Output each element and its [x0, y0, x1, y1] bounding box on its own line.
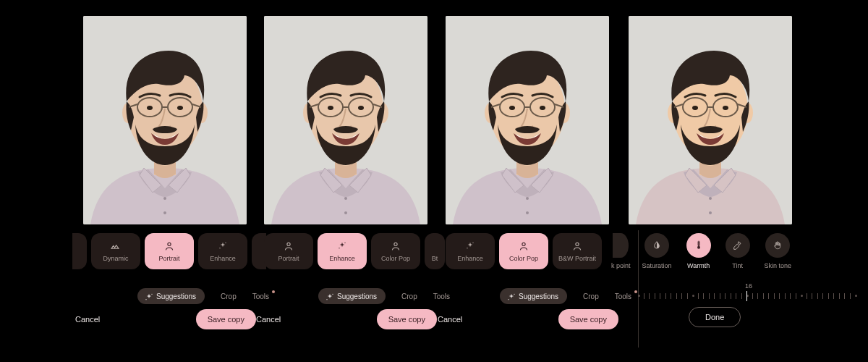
cancel-button[interactable]: Cancel [75, 315, 100, 324]
svg-point-49 [508, 299, 509, 300]
svg-point-15 [145, 299, 146, 300]
adjust-tint[interactable]: Tint [726, 233, 750, 269]
chip-bt[interactable]: Bt [425, 233, 445, 269]
svg-point-28 [344, 243, 345, 243]
sparkle-icon [217, 240, 229, 252]
cancel-button[interactable]: Cancel [438, 315, 462, 324]
sparkle-icon [324, 292, 333, 300]
chip-label: B&W Portrait [558, 255, 596, 262]
adjust-saturation[interactable]: Saturation [642, 233, 672, 269]
eyedrop-icon [726, 233, 750, 258]
svg-point-48 [514, 294, 514, 295]
tools-tab[interactable]: Tools [252, 292, 269, 300]
chip-label: Enhance [457, 255, 483, 262]
svg-point-11 [168, 243, 171, 245]
person-icon [571, 240, 583, 252]
blank-icon [429, 240, 441, 252]
person-icon [518, 240, 529, 252]
svg-point-31 [332, 294, 333, 295]
warmth-slider[interactable]: 16 [638, 282, 859, 304]
svg-point-29 [339, 248, 339, 248]
tools-tab[interactable]: Tools [615, 292, 631, 300]
landscape-icon [110, 240, 122, 252]
suggestion-chips: Enhance Color Pop B&W Portrait [446, 233, 602, 269]
svg-point-30 [394, 243, 397, 245]
chip-label: Portrait [278, 255, 299, 262]
suggestions-button[interactable]: Suggestions [318, 288, 386, 304]
chip-portrait[interactable]: Portrait [145, 233, 194, 269]
slider-track[interactable] [638, 291, 859, 304]
suggestions-button[interactable]: Suggestions [137, 288, 205, 304]
svg-point-2 [163, 211, 166, 214]
suggestions-label: Suggestions [156, 292, 196, 300]
chip-label: Color Pop [381, 255, 410, 262]
adjust-label: Skin tone [765, 262, 792, 269]
chip-label: Portrait [158, 255, 179, 262]
blank-icon [613, 233, 629, 258]
thermometer-icon [686, 233, 711, 258]
person-icon [283, 240, 294, 252]
preview-photo [629, 16, 792, 224]
chip-enhance[interactable]: Enhance [446, 233, 495, 269]
editor-toolbar: Suggestions Crop Tools [318, 288, 450, 304]
chip-portrait[interactable]: Portrait [264, 233, 313, 269]
chip-dynamic[interactable]: Dynamic [91, 233, 140, 269]
chip-color-pop[interactable]: Color Pop [499, 233, 548, 269]
crop-tab[interactable]: Crop [221, 292, 237, 300]
chip-enhance[interactable]: Enhance [318, 233, 367, 269]
svg-point-32 [326, 299, 327, 300]
chip-label: Enhance [329, 255, 355, 262]
chip-label: Bt [432, 255, 438, 262]
crop-tab[interactable]: Crop [401, 292, 417, 300]
chip-b-w-portrait[interactable]: B&W Portrait [553, 233, 602, 269]
slider-handle[interactable] [746, 291, 747, 301]
action-row: Cancel Save copy [75, 309, 256, 329]
hand-icon [765, 233, 790, 258]
svg-point-46 [522, 243, 525, 245]
svg-point-1 [163, 197, 166, 200]
adjust-label: Saturation [642, 262, 672, 269]
svg-point-60 [723, 106, 728, 110]
chip-label: Dynamic [103, 255, 128, 262]
done-button[interactable]: Done [689, 307, 741, 327]
tools-tab[interactable]: Tools [433, 292, 450, 300]
adjust-label: k point [611, 262, 631, 269]
crop-tab[interactable]: Crop [583, 292, 599, 300]
slider-value: 16 [638, 282, 859, 290]
svg-point-25 [328, 106, 333, 110]
svg-point-13 [219, 248, 220, 248]
suggestion-chips: Portrait Enhance Color Pop Bt [264, 233, 445, 269]
adjust-label: Warmth [687, 262, 710, 269]
preview-photo [264, 16, 427, 224]
preview-photo [83, 16, 247, 224]
svg-point-61 [697, 246, 700, 249]
adjust-skin-tone[interactable]: Skin tone [765, 233, 792, 269]
adjust-warmth[interactable]: Warmth [686, 233, 711, 269]
svg-point-59 [692, 106, 698, 110]
svg-point-14 [151, 294, 152, 295]
svg-point-18 [344, 211, 347, 214]
action-row: Cancel Save copy [438, 309, 618, 329]
sparkle-icon [464, 240, 476, 252]
save-copy-button[interactable]: Save copy [377, 309, 437, 329]
action-row: Cancel Save copy [256, 309, 437, 329]
adjust-k-point[interactable]: k point [611, 233, 631, 269]
svg-point-43 [540, 106, 545, 110]
svg-point-42 [509, 106, 515, 110]
chip-color-pop[interactable]: Color Pop [371, 233, 420, 269]
chip-enhance[interactable]: Enhance [198, 233, 247, 269]
chip-label: Enhance [210, 255, 236, 262]
adjust-label: Tint [732, 262, 743, 269]
save-copy-button[interactable]: Save copy [196, 309, 256, 329]
adjustment-row: k point Saturation Warmth Tint Skin tone [611, 233, 791, 269]
svg-point-12 [225, 243, 226, 243]
person-icon [390, 240, 401, 252]
save-copy-button[interactable]: Save copy [558, 309, 618, 329]
editor-toolbar: Suggestions Crop Tools [137, 288, 269, 304]
svg-point-9 [147, 106, 153, 110]
droplet-icon [644, 233, 669, 258]
suggestions-button[interactable]: Suggestions [500, 288, 567, 304]
cancel-button[interactable]: Cancel [256, 315, 281, 324]
svg-point-52 [709, 211, 712, 214]
chip-overflow[interactable] [72, 233, 87, 269]
